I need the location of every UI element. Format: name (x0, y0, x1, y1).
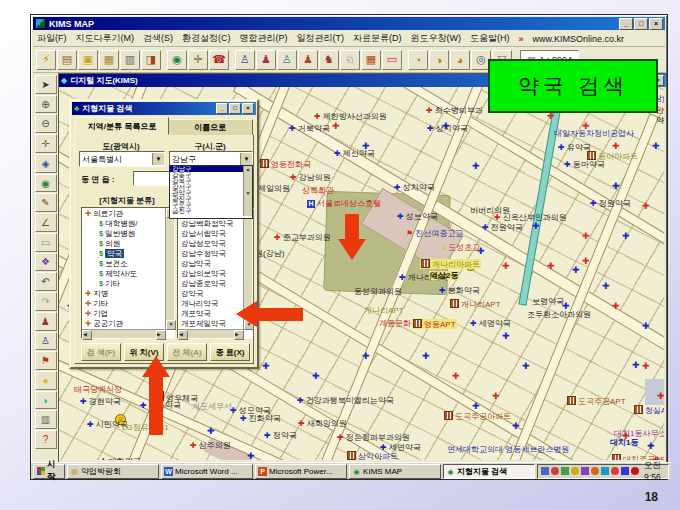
person-edit-icon[interactable]: ♙ (277, 50, 297, 70)
phone-icon[interactable]: ☎ (209, 50, 229, 70)
category-tree[interactable]: ✚의료기관$대학병원/$일반병원$의원$약국$보건소$제약사/도$기타✚지명✚기… (81, 207, 175, 339)
result-item-10[interactable]: 개포약국 (179, 309, 243, 319)
dialog-minimize-button[interactable]: _ (216, 103, 228, 114)
tray-update-icon[interactable] (591, 467, 599, 475)
clock-2-icon[interactable]: ◑ (429, 50, 449, 70)
minimize-button[interactable]: _ (619, 18, 633, 30)
balloon-tool-icon[interactable]: ● (35, 371, 57, 390)
tab-region-category[interactable]: 지역/분류 목록으로 (75, 117, 169, 135)
kims-online-link[interactable]: www.KIMSOnline.co.kr (533, 34, 625, 44)
redo-tool-icon[interactable]: ↷ (35, 292, 57, 311)
tree-item-0[interactable]: ✚의료기관 (83, 209, 165, 219)
task-button-1[interactable]: WMicrosoft Word ... (161, 464, 253, 479)
clock-3-icon[interactable]: ◕ (450, 50, 470, 70)
tree-item-9[interactable]: ✚기타 (83, 299, 165, 309)
tree-item-1[interactable]: $대학병원/ (83, 219, 165, 229)
chevron-down-icon[interactable]: ▼ (240, 153, 252, 165)
bubble-tool-icon[interactable]: ◗ (35, 391, 57, 410)
dialog-close-button[interactable]: × (242, 103, 254, 114)
tree-item-4[interactable]: $약국 (83, 249, 165, 259)
person-find-icon[interactable]: ♘ (340, 50, 360, 70)
tray-net-icon[interactable] (561, 467, 569, 475)
task-button-0[interactable]: ▤약업박람회 (67, 464, 159, 479)
measure-tool-icon[interactable]: ∠ (35, 213, 57, 232)
dropdown-scrollbar[interactable]: ▲▼ (243, 166, 252, 216)
tree-item-2[interactable]: $일반병원 (83, 229, 165, 239)
people-group-icon[interactable]: ♟ (298, 50, 318, 70)
tray-shield-icon[interactable] (541, 467, 549, 475)
info-tool-icon[interactable]: ? (35, 430, 57, 449)
dialog-titlebar[interactable]: ♣ 지형지물 검색 _ □ × (72, 102, 256, 115)
tray-display-icon[interactable] (601, 467, 609, 475)
card-icon[interactable]: ▭ (382, 50, 402, 70)
start-button[interactable]: 시작 (33, 464, 65, 479)
zoom-out-tool-icon[interactable]: ⊖ (35, 114, 57, 133)
results-hscrollbar[interactable]: ◀▶ (178, 329, 244, 338)
results-list[interactable]: 강남그랜드약국강남백화점약국강남서림약국강남성모약국강남수정약국강남약국강남의보… (177, 207, 253, 339)
close-button[interactable]: × (649, 18, 663, 30)
flag-tool-icon[interactable]: ⚑ (35, 351, 57, 370)
person-tool-icon[interactable]: ♟ (35, 312, 57, 331)
erase-tool-icon[interactable]: ▭ (35, 233, 57, 252)
district-option-7[interactable]: 금천구 (170, 208, 244, 214)
menu-item-5[interactable]: 일정관리(T) (297, 32, 345, 45)
undo-tool-icon[interactable]: ↶ (35, 272, 57, 291)
results-vscrollbar[interactable]: ▲▼ (243, 208, 252, 330)
print-tool-icon[interactable]: ▥ (35, 410, 57, 429)
person-add-icon[interactable]: ♙ (235, 50, 255, 70)
result-item-2[interactable]: 강남서림약국 (179, 229, 243, 239)
dialog-button-3[interactable]: 종 료(X) (210, 343, 250, 361)
tree-item-11[interactable]: ✚공공기관 (83, 319, 165, 329)
draw-tool-icon[interactable]: ✎ (35, 193, 57, 212)
tray-vaccine-icon[interactable] (581, 467, 589, 475)
tree-item-6[interactable]: $제약사/도 (83, 269, 165, 279)
tree-item-7[interactable]: $기타 (83, 279, 165, 289)
menu-item-7[interactable]: 윈도우창(W) (411, 32, 462, 45)
result-item-6[interactable]: 강남의보약국 (179, 269, 243, 279)
result-item-5[interactable]: 강남약국 (179, 259, 243, 269)
tray-msg-icon[interactable] (571, 467, 579, 475)
result-item-8[interactable]: 강약국 (179, 289, 243, 299)
person2-tool-icon[interactable]: ♙ (35, 332, 57, 351)
window-titlebar[interactable]: KIMS MAP _ □ × (33, 17, 665, 30)
task-button-2[interactable]: PMicrosoft Power... (255, 464, 347, 479)
people-search-icon[interactable]: ♟ (256, 50, 276, 70)
clock-1-icon[interactable]: ◔ (408, 50, 428, 70)
menu-item-8[interactable]: 도움말(H) (470, 32, 510, 45)
province-select[interactable]: 서울특별시 ▼ (79, 151, 165, 167)
dong-input[interactable] (133, 171, 173, 186)
dialog-restore-button[interactable]: □ (229, 103, 241, 114)
pan-tool-icon[interactable]: ✛ (35, 134, 57, 153)
globe-icon[interactable]: ◉ (167, 50, 187, 70)
tray-alert-icon[interactable] (611, 467, 619, 475)
restore-button[interactable]: □ (634, 18, 648, 30)
result-item-11[interactable]: 개포제일약국 (179, 319, 243, 329)
menu-item-1[interactable]: 지도다루기(M) (76, 32, 135, 45)
result-item-9[interactable]: 개나리약국 (179, 299, 243, 309)
tree-item-10[interactable]: ✚기업 (83, 309, 165, 319)
tree-item-5[interactable]: $보건소 (83, 259, 165, 269)
print-icon[interactable]: ▥ (120, 50, 140, 70)
menu-item-2[interactable]: 검색(S) (143, 32, 173, 45)
address-book-icon[interactable]: ▤ (57, 50, 77, 70)
result-item-1[interactable]: 강남백화점약국 (179, 219, 243, 229)
tree-hscrollbar[interactable]: ◀▶ (82, 329, 166, 338)
task-button-4[interactable]: ◉지형지물 검색 (443, 464, 535, 479)
menu-item-3[interactable]: 환경설정(C) (182, 32, 231, 45)
menu-item-4[interactable]: 명함관리(P) (240, 32, 288, 45)
district-dropdown-list[interactable]: 강남구강동구강북구강서구관악구광진구구로구금천구 ▲▼ (169, 165, 253, 219)
globe-tool-icon[interactable]: ◉ (35, 174, 57, 193)
dialog-button-1[interactable]: 위 치(V) (124, 343, 164, 361)
select-tool-icon[interactable]: ➤ (35, 75, 57, 94)
taskbar-clock[interactable]: 오전 9:56 (641, 460, 665, 482)
tree-item-3[interactable]: $의원 (83, 239, 165, 249)
tree-vscrollbar[interactable]: ▲▼ (165, 208, 174, 330)
tray-ime-icon[interactable] (621, 467, 629, 475)
tab-by-name[interactable]: 이름으로 (167, 119, 253, 135)
zoom-in-tool-icon[interactable]: ⊕ (35, 95, 57, 114)
shapes-tool-icon[interactable]: ❖ (35, 253, 57, 272)
result-item-7[interactable]: 강남종로약국 (179, 279, 243, 289)
result-item-3[interactable]: 강남성모약국 (179, 239, 243, 249)
calendar-icon[interactable]: ▦ (361, 50, 381, 70)
exit-icon[interactable]: ◨ (141, 50, 161, 70)
